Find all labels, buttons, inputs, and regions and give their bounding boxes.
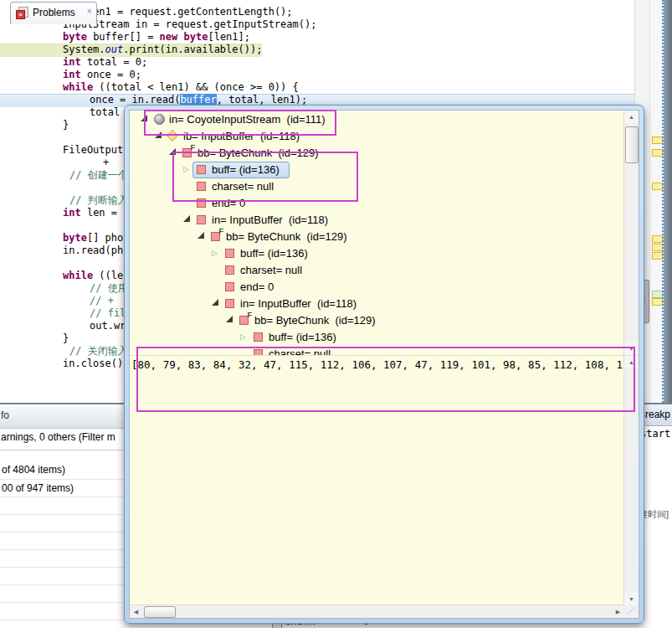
problems-icon: × xyxy=(16,7,28,19)
tab-problems[interactable]: × Problems × xyxy=(10,2,97,24)
scroll-right-icon[interactable]: ▶ xyxy=(612,605,624,618)
code-line: System.out.print(in.available()); xyxy=(63,44,262,56)
code-token: once = in.read( xyxy=(90,94,180,106)
tree-row[interactable]: in= InputBuffer (id=118) xyxy=(130,295,624,311)
private-field-icon xyxy=(225,265,234,275)
console-text: start xyxy=(640,428,670,440)
code-token: new xyxy=(160,31,178,43)
code-line: // fil xyxy=(90,307,126,320)
view-edge-bar xyxy=(664,0,672,403)
code-token: + xyxy=(103,157,109,168)
private-field-icon xyxy=(225,299,234,308)
error-x-icon: × xyxy=(16,10,25,19)
code-token: int xyxy=(63,56,81,68)
scroll-down-icon[interactable]: ▼ xyxy=(624,593,639,605)
code-line: while ((total < len1) && (once >= 0)) { xyxy=(63,81,299,94)
code-line: while ((le xyxy=(63,270,123,282)
code-line: int once = 0; xyxy=(63,69,141,81)
close-icon[interactable]: × xyxy=(87,6,92,16)
variables-tree[interactable]: in= CoyoteInputStream (id=111)ib= InputB… xyxy=(130,111,624,355)
code-token: byte xyxy=(63,232,87,244)
variable-label: bb= ByteChunk (id=129) xyxy=(226,230,347,243)
private-field-icon xyxy=(225,249,234,258)
annotation-box-3 xyxy=(136,347,635,412)
code-line: out.wr xyxy=(90,320,126,332)
hscrollbar-thumb[interactable] xyxy=(144,606,176,618)
tree-vscrollbar-thumb[interactable] xyxy=(625,126,639,163)
variable-label: end= 0 xyxy=(240,281,274,293)
variable-label: buff= (id=136) xyxy=(269,331,336,343)
tree-row[interactable]: ▷buff= (id=136) xyxy=(130,328,624,345)
annotation-box-1 xyxy=(144,110,336,136)
code-token: [] pho xyxy=(87,232,123,244)
code-token: once = 0; xyxy=(81,69,141,80)
resize-grip[interactable]: ⋰ xyxy=(624,605,639,618)
variable-label: bb= ByteChunk (id=129) xyxy=(254,314,376,327)
code-token: .print(in.available()); xyxy=(123,44,262,55)
expanded-arrow-icon[interactable] xyxy=(226,316,233,322)
code-token: // + xyxy=(90,295,114,306)
code-line: int len1 = request.getContentLength(); xyxy=(63,6,293,18)
code-line: + xyxy=(103,157,109,169)
variable-label: buff= (id=136) xyxy=(240,247,308,260)
code-token: int xyxy=(63,69,81,80)
tree-vscrollbar[interactable]: ▲ ▼ xyxy=(623,111,639,355)
scroll-up-icon[interactable]: ▲ xyxy=(624,111,639,123)
code-line: InputStream in = request.getInputStream(… xyxy=(63,18,316,31)
tree-row[interactable]: ▷buff= (id=136) xyxy=(130,245,624,261)
code-token: len1 = request.getContentLength(); xyxy=(81,6,293,18)
code-line: in.read(ph xyxy=(63,245,123,257)
code-token: buffer[] = xyxy=(87,31,160,43)
code-token: byte xyxy=(63,31,87,43)
popup-hscrollbar[interactable]: ◀ ▶ xyxy=(130,605,624,618)
code-token: [len1]; xyxy=(208,31,250,43)
partial-tab[interactable]: fo xyxy=(1,409,9,421)
problems-row[interactable]: 00 of 947 items) xyxy=(2,482,74,494)
annotation-box-2 xyxy=(172,152,358,202)
tree-row[interactable]: charset= null xyxy=(130,261,624,278)
code-token: System. xyxy=(63,44,105,55)
scroll-left-icon[interactable]: ◀ xyxy=(130,605,142,618)
final-field-icon xyxy=(239,316,249,325)
tree-row[interactable]: bb= ByteChunk (id=129) xyxy=(130,311,624,328)
problems-summary: arnings, 0 others (Filter m xyxy=(1,431,115,443)
code-line: // + xyxy=(90,295,114,307)
code-token: int xyxy=(63,207,81,219)
private-field-icon xyxy=(197,215,206,224)
code-line: FileOutput xyxy=(63,144,123,157)
code-token: out xyxy=(105,44,124,55)
code-line: } xyxy=(63,332,69,345)
final-field-icon xyxy=(211,232,220,241)
code-token: byte xyxy=(184,31,208,43)
code-line: in.close() xyxy=(63,358,123,370)
code-token: } xyxy=(63,332,69,344)
code-token xyxy=(177,31,183,43)
tree-row[interactable]: in= InputBuffer (id=118) xyxy=(130,211,624,228)
code-token: while xyxy=(63,270,93,281)
code-line: byte buffer[] = new byte[len1]; xyxy=(63,31,250,44)
code-token: , total, len1); xyxy=(217,94,307,106)
code-token: FileOutput xyxy=(63,144,123,156)
code-line: byte[] pho xyxy=(63,232,123,245)
code-token: out.wr xyxy=(90,320,126,332)
eclipse-debug-screen: int len1 = request.getContentLength();In… xyxy=(0,0,672,628)
code-token: while xyxy=(63,81,93,93)
expanded-arrow-icon[interactable] xyxy=(183,215,190,222)
tree-row[interactable]: bb= ByteChunk (id=129) xyxy=(130,228,624,245)
private-field-icon xyxy=(254,332,263,342)
collapsed-arrow-icon[interactable]: ▷ xyxy=(240,332,249,341)
code-line: } xyxy=(63,119,69,131)
code-token: in.read(ph xyxy=(63,245,123,256)
code-line: int total = 0; xyxy=(63,56,147,69)
selected-occurrence: buffer xyxy=(180,94,216,106)
problems-row[interactable]: of 4804 items) xyxy=(2,464,65,476)
tab-problems-label: Problems xyxy=(33,7,75,18)
code-token: ((total < len1) && (once >= 0)) { xyxy=(93,81,299,93)
code-token: in.close() xyxy=(63,358,123,369)
collapsed-arrow-icon[interactable]: ▷ xyxy=(212,249,220,257)
expanded-arrow-icon[interactable] xyxy=(197,232,204,239)
variable-label: in= InputBuffer (id=118) xyxy=(240,297,357,310)
expanded-arrow-icon[interactable] xyxy=(212,299,218,306)
tree-row[interactable]: end= 0 xyxy=(130,278,624,295)
code-token: InputStream in = request.getInputStream(… xyxy=(63,18,316,30)
